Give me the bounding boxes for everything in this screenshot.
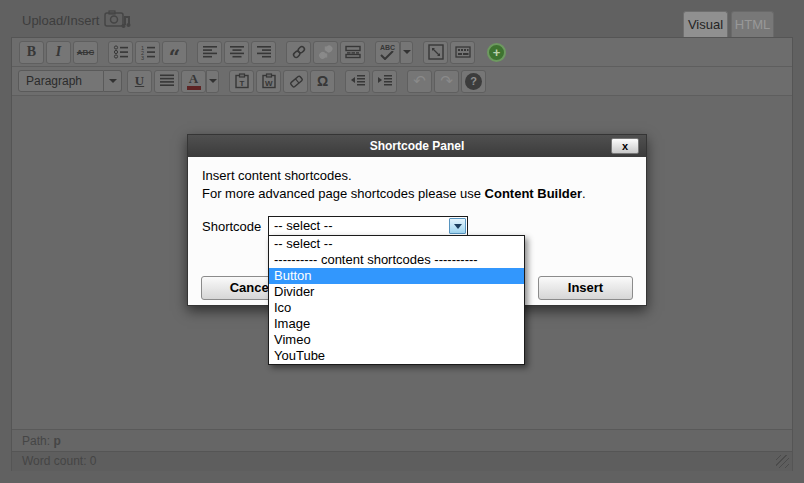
spellcheck-menu-arrow[interactable] bbox=[400, 41, 413, 64]
underline-button[interactable]: U bbox=[127, 70, 152, 93]
dropdown-option[interactable]: YouTube bbox=[269, 348, 524, 364]
spellcheck-button[interactable]: ABC bbox=[375, 41, 400, 64]
text-color-menu-arrow[interactable] bbox=[206, 70, 219, 93]
help-icon: ? bbox=[465, 73, 482, 90]
text-color-icon: A bbox=[187, 73, 201, 90]
kitchen-sink-icon bbox=[455, 44, 471, 60]
eraser-icon bbox=[288, 73, 304, 89]
tab-visual[interactable]: Visual bbox=[683, 11, 728, 37]
add-shortcode-button[interactable]: + bbox=[487, 43, 506, 62]
bold-icon: B bbox=[27, 44, 36, 60]
dropdown-option[interactable]: -- select -- bbox=[269, 236, 524, 252]
dropdown-option-highlighted[interactable]: Button bbox=[269, 268, 524, 284]
upload-insert-label: Upload/Insert bbox=[22, 13, 99, 28]
word-count-value: 0 bbox=[90, 454, 97, 468]
word-count-bar: Word count: 0 bbox=[12, 451, 792, 471]
description-line-1: Insert content shortcodes. bbox=[202, 167, 632, 185]
align-center-button[interactable] bbox=[224, 41, 249, 64]
undo-button[interactable]: ↶ bbox=[407, 70, 432, 93]
align-right-button[interactable] bbox=[251, 41, 276, 64]
align-left-icon bbox=[202, 44, 218, 60]
link-icon bbox=[291, 44, 307, 60]
resize-grip[interactable] bbox=[776, 455, 789, 468]
justify-full-button[interactable] bbox=[154, 70, 179, 93]
help-button[interactable]: ? bbox=[461, 70, 486, 93]
format-select-arrow[interactable] bbox=[104, 70, 122, 92]
tab-html[interactable]: HTML bbox=[731, 11, 774, 37]
paste-as-text-button[interactable]: T bbox=[229, 70, 254, 93]
format-select[interactable]: Paragraph bbox=[18, 70, 104, 92]
path-label: Path: bbox=[22, 434, 50, 448]
fullscreen-icon bbox=[428, 44, 444, 60]
chevron-down-icon bbox=[209, 79, 217, 83]
justify-full-icon bbox=[159, 73, 175, 89]
chevron-down-icon bbox=[109, 79, 117, 83]
strikethrough-icon: ABC bbox=[77, 48, 94, 57]
dropdown-option-group-separator: ---------- content shortcodes ---------- bbox=[269, 252, 524, 268]
more-tag-button[interactable] bbox=[340, 41, 365, 64]
toolbar-row-1: B I ABC 1 2 3 “ bbox=[12, 38, 792, 67]
dialog-title: Shortcode Panel bbox=[370, 139, 465, 153]
word-count-label: Word count: bbox=[22, 454, 86, 468]
shortcode-field-label: Shortcode bbox=[202, 219, 268, 234]
description-line-2: For more advanced page shortcodes please… bbox=[202, 185, 632, 203]
content-builder-emphasis: Content Builder bbox=[485, 186, 583, 201]
fullscreen-button[interactable] bbox=[423, 41, 448, 64]
blockquote-icon: “ bbox=[169, 43, 181, 61]
underline-icon: U bbox=[135, 73, 144, 89]
bullet-list-button[interactable] bbox=[108, 41, 133, 64]
dropdown-option[interactable]: Ico bbox=[269, 300, 524, 316]
undo-icon: ↶ bbox=[413, 72, 426, 90]
path-value: p bbox=[53, 434, 60, 448]
dialog-titlebar[interactable]: Shortcode Panel x bbox=[188, 135, 646, 157]
close-icon: x bbox=[622, 140, 628, 152]
shortcode-dropdown-list: -- select -- ---------- content shortcod… bbox=[268, 235, 525, 365]
strikethrough-button[interactable]: ABC bbox=[73, 41, 98, 64]
special-char-button[interactable]: Ω bbox=[310, 70, 335, 93]
italic-button[interactable]: I bbox=[46, 41, 71, 64]
shortcode-select[interactable]: -- select -- bbox=[268, 216, 468, 236]
paste-as-text-icon: T bbox=[234, 73, 250, 89]
shortcode-select-arrow[interactable] bbox=[449, 218, 466, 234]
bold-button[interactable]: B bbox=[19, 41, 44, 64]
kitchen-sink-button[interactable] bbox=[450, 41, 475, 64]
svg-text:T: T bbox=[239, 79, 244, 88]
align-left-button[interactable] bbox=[197, 41, 222, 64]
numbered-list-button[interactable]: 1 2 3 bbox=[135, 41, 160, 64]
dialog-body: Insert content shortcodes. For more adva… bbox=[188, 157, 646, 236]
paste-from-word-button[interactable]: W bbox=[256, 70, 281, 93]
italic-icon: I bbox=[56, 44, 61, 60]
redo-button[interactable]: ↷ bbox=[434, 70, 459, 93]
omega-icon: Ω bbox=[317, 73, 328, 89]
add-media-icon[interactable] bbox=[104, 9, 131, 32]
toolbar-row-2: Paragraph U A T bbox=[12, 67, 792, 96]
dropdown-option[interactable]: Image bbox=[269, 316, 524, 332]
chevron-down-icon bbox=[454, 224, 462, 229]
close-button[interactable]: x bbox=[611, 138, 639, 154]
text-color-button[interactable]: A bbox=[181, 70, 206, 93]
path-statusbar: Path: p bbox=[12, 429, 792, 451]
svg-text:3: 3 bbox=[141, 55, 144, 61]
align-center-icon bbox=[229, 44, 245, 60]
unlink-button[interactable] bbox=[313, 41, 338, 64]
shortcode-select-value: -- select -- bbox=[269, 217, 467, 235]
link-button[interactable] bbox=[286, 41, 311, 64]
dropdown-option[interactable]: Divider bbox=[269, 284, 524, 300]
indent-button[interactable] bbox=[372, 70, 397, 93]
numbered-list-icon: 1 2 3 bbox=[140, 44, 156, 60]
outdent-icon bbox=[350, 73, 366, 89]
blockquote-button[interactable]: “ bbox=[162, 41, 187, 64]
outdent-button[interactable] bbox=[345, 70, 370, 93]
more-tag-icon bbox=[345, 44, 361, 60]
shortcode-field-row: Shortcode -- select -- bbox=[202, 216, 632, 236]
paste-from-word-icon: W bbox=[261, 73, 277, 89]
svg-text:W: W bbox=[265, 79, 273, 88]
bullet-list-icon bbox=[113, 44, 129, 60]
align-right-icon bbox=[256, 44, 272, 60]
spellcheck-icon: ABC bbox=[380, 45, 395, 60]
dropdown-option[interactable]: Vimeo bbox=[269, 332, 524, 348]
indent-icon bbox=[377, 73, 393, 89]
remove-format-button[interactable] bbox=[283, 70, 308, 93]
insert-button[interactable]: Insert bbox=[538, 276, 633, 300]
redo-icon: ↷ bbox=[440, 72, 453, 90]
